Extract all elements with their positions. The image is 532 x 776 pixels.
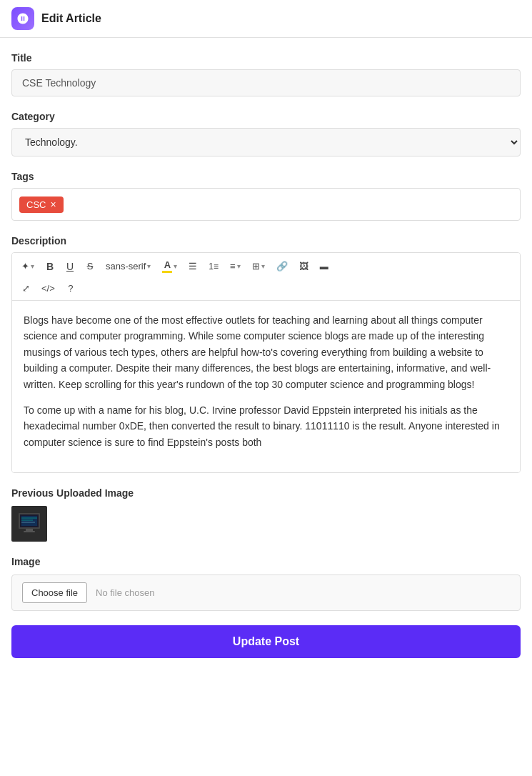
previous-image-svg bbox=[15, 509, 44, 538]
magic-dropdown-arrow: ▾ bbox=[31, 262, 34, 270]
choose-file-button[interactable]: Choose file bbox=[22, 582, 87, 603]
app-header: Edit Article bbox=[0, 0, 532, 38]
bold-icon: B bbox=[46, 261, 54, 272]
link-btn[interactable]: 🔗 bbox=[271, 257, 293, 275]
previous-image-section: Previous Uploaded Image bbox=[11, 487, 521, 542]
magic-icon: ✦ bbox=[21, 261, 29, 272]
align-icon: ≡ bbox=[230, 261, 236, 272]
help-btn[interactable]: ? bbox=[61, 279, 80, 297]
numbered-list-icon: 1≡ bbox=[209, 262, 219, 272]
svg-rect-7 bbox=[26, 529, 33, 531]
page-content: Title Category Technology.ScienceProgram… bbox=[0, 38, 532, 672]
editor-wrapper: ✦ ▾ B U S bbox=[11, 252, 521, 473]
editor-content[interactable]: Blogs have become one of the most effect… bbox=[12, 301, 520, 472]
table-btn[interactable]: ⊞ ▾ bbox=[247, 257, 270, 275]
align-btn[interactable]: ≡ ▾ bbox=[225, 257, 246, 275]
embed-icon: ▬ bbox=[320, 262, 328, 272]
tag-csc-label: CSC bbox=[26, 199, 46, 210]
description-label: Description bbox=[11, 235, 521, 247]
fullscreen-btn[interactable]: ⤢ bbox=[16, 279, 35, 297]
title-label: Title bbox=[11, 52, 521, 64]
fullscreen-icon: ⤢ bbox=[22, 283, 30, 294]
font-color-arrow: ▾ bbox=[174, 262, 177, 270]
table-icon: ⊞ bbox=[252, 261, 260, 272]
description-para-1: Blogs have become one of the most effect… bbox=[24, 312, 508, 392]
image-upload-section: Image Choose file No file chosen bbox=[11, 556, 521, 611]
image-label: Image bbox=[11, 556, 521, 567]
embed-btn[interactable]: ▬ bbox=[315, 258, 333, 275]
title-group: Title bbox=[11, 52, 521, 96]
numbered-list-btn[interactable]: 1≡ bbox=[204, 258, 224, 275]
font-color-btn[interactable]: A ▾ bbox=[157, 256, 182, 277]
magic-toolbar-btn[interactable]: ✦ ▾ bbox=[16, 257, 39, 275]
file-input-wrapper: Choose file No file chosen bbox=[11, 574, 521, 611]
code-view-btn[interactable]: </> bbox=[36, 279, 60, 297]
category-group: Category Technology.ScienceProgrammingDe… bbox=[11, 111, 521, 156]
no-file-label: No file chosen bbox=[96, 587, 154, 598]
tags-label: Tags bbox=[11, 171, 521, 182]
update-post-button[interactable]: Update Post bbox=[11, 625, 521, 658]
font-family-label: sans-serif bbox=[106, 261, 146, 272]
underline-icon: U bbox=[66, 261, 74, 272]
tag-csc[interactable]: CSC × bbox=[19, 197, 64, 213]
font-color-icon: A bbox=[162, 259, 172, 273]
tags-container[interactable]: CSC × bbox=[11, 188, 521, 221]
title-input[interactable] bbox=[11, 69, 521, 96]
underline-toolbar-btn[interactable]: U bbox=[61, 257, 79, 276]
category-select[interactable]: Technology.ScienceProgrammingDesignOther bbox=[11, 128, 521, 156]
editor-toolbar: ✦ ▾ B U S bbox=[12, 253, 520, 301]
insert-image-icon: 🖼 bbox=[299, 261, 308, 272]
font-color-underline bbox=[162, 271, 172, 273]
toolbar-row-1: ✦ ▾ B U S bbox=[16, 256, 333, 277]
logo-svg bbox=[16, 12, 29, 25]
font-family-btn[interactable]: sans-serif ▾ bbox=[101, 257, 156, 275]
help-icon: ? bbox=[68, 283, 73, 294]
link-icon: 🔗 bbox=[276, 261, 288, 272]
bullet-list-icon: ☰ bbox=[189, 261, 197, 272]
align-arrow: ▾ bbox=[237, 262, 241, 270]
svg-rect-8 bbox=[24, 531, 35, 532]
app-logo-icon bbox=[11, 7, 34, 30]
description-para-2: To come up with a name for his blog, U.C… bbox=[24, 402, 508, 450]
category-label: Category bbox=[11, 111, 521, 122]
description-group: Description ✦ ▾ B U bbox=[11, 235, 521, 473]
font-family-arrow: ▾ bbox=[147, 262, 151, 270]
strikethrough-toolbar-btn[interactable]: S bbox=[81, 257, 99, 275]
tag-csc-remove-icon[interactable]: × bbox=[50, 199, 56, 209]
previous-image-thumb bbox=[11, 506, 47, 542]
font-color-a: A bbox=[164, 259, 171, 270]
tags-group: Tags CSC × bbox=[11, 171, 521, 221]
strikethrough-icon: S bbox=[87, 261, 94, 272]
table-arrow: ▾ bbox=[261, 262, 265, 270]
page-title: Edit Article bbox=[41, 12, 101, 25]
insert-image-btn[interactable]: 🖼 bbox=[294, 257, 313, 275]
code-view-icon: </> bbox=[41, 283, 55, 294]
previous-image-label: Previous Uploaded Image bbox=[11, 487, 521, 499]
bullet-list-btn[interactable]: ☰ bbox=[184, 257, 202, 275]
svg-rect-3 bbox=[21, 516, 37, 526]
toolbar-row-2: ⤢ </> ? bbox=[16, 278, 516, 297]
bold-toolbar-btn[interactable]: B bbox=[41, 257, 59, 276]
